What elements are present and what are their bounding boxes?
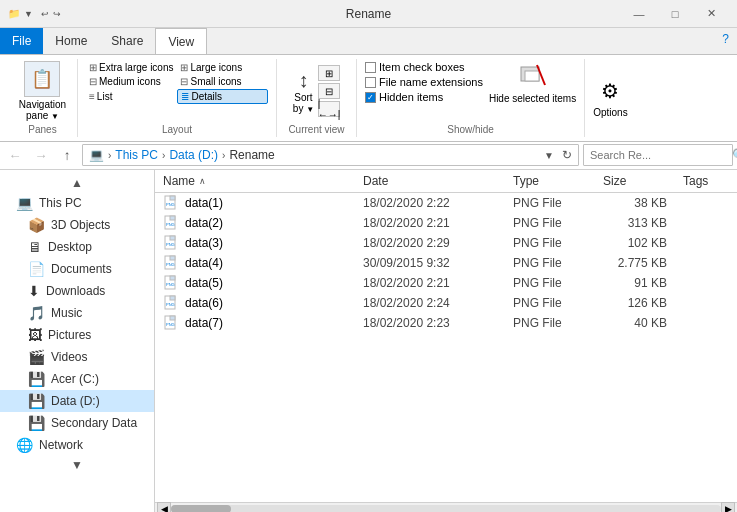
panes-label: Panes: [28, 124, 56, 135]
breadcrumb-rename: Rename: [229, 148, 274, 162]
view-small-buttons: ⊞ ⊟ |←→|: [318, 65, 340, 117]
sidebar-item-downloads[interactable]: ⬇ Downloads: [0, 280, 154, 302]
svg-text:PNG: PNG: [166, 222, 175, 227]
table-row[interactable]: PNG data(1) 18/02/2020 2:22 PNG File 38 …: [155, 193, 737, 213]
svg-rect-7: [170, 216, 175, 220]
videos-icon: 🎬: [28, 349, 45, 365]
sidebar-item-music[interactable]: 🎵 Music: [0, 302, 154, 324]
sidebar-item-acer[interactable]: 💾 Acer (C:): [0, 368, 154, 390]
documents-icon: 📄: [28, 261, 45, 277]
col-type[interactable]: Type: [505, 172, 595, 190]
maximize-button[interactable]: □: [657, 0, 693, 28]
hidden-items-toggle[interactable]: ✓ Hidden items: [365, 91, 483, 103]
scroll-thumb[interactable]: [171, 505, 231, 512]
svg-text:PNG: PNG: [166, 302, 175, 307]
scroll-track: [171, 505, 721, 512]
file-name-cell: PNG data(1): [155, 194, 355, 212]
scroll-left-button[interactable]: ◀: [157, 502, 171, 512]
horizontal-scrollbar[interactable]: ◀ ▶: [155, 502, 737, 512]
sidebar-item-data-d[interactable]: 💾 Data (D:): [0, 390, 154, 412]
hidden-items-cb: ✓: [365, 92, 376, 103]
svg-rect-4: [170, 196, 175, 200]
sidebar-item-desktop[interactable]: 🖥 Desktop: [0, 236, 154, 258]
nav-bar: ← → ↑ 💻 › This PC › Data (D:) › Rename ▼…: [0, 142, 737, 170]
up-button[interactable]: ↑: [56, 144, 78, 166]
add-columns-button[interactable]: ⊟: [318, 83, 340, 99]
table-row[interactable]: PNG data(2) 18/02/2020 2:21 PNG File 313…: [155, 213, 737, 233]
sidebar: ▲ 💻 This PC 📦 3D Objects 🖥 Desktop 📄 Doc…: [0, 170, 155, 512]
ribbon-group-panes: 📋 Navigationpane ▼ Panes: [8, 59, 78, 137]
tab-share[interactable]: Share: [99, 28, 155, 54]
nav-pane-icon: 📋: [24, 61, 60, 97]
file-list: PNG data(1) 18/02/2020 2:22 PNG File 38 …: [155, 193, 737, 502]
file-name-extensions-toggle[interactable]: File name extensions: [365, 76, 483, 88]
back-button[interactable]: ←: [4, 144, 26, 166]
sidebar-item-3d-objects[interactable]: 📦 3D Objects: [0, 214, 154, 236]
table-row[interactable]: PNG data(4) 30/09/2015 9:32 PNG File 2.7…: [155, 253, 737, 273]
col-date[interactable]: Date: [355, 172, 505, 190]
layout-details[interactable]: ≣ Details: [177, 89, 267, 104]
navigation-pane-button[interactable]: 📋 Navigationpane ▼: [19, 61, 66, 122]
nav-pane-label: Navigationpane ▼: [19, 99, 66, 122]
table-row[interactable]: PNG data(5) 18/02/2020 2:21 PNG File 91 …: [155, 273, 737, 293]
sort-arrow-name: ∧: [199, 176, 206, 186]
refresh-button[interactable]: ↻: [562, 148, 572, 162]
sidebar-item-this-pc[interactable]: 💻 This PC: [0, 192, 154, 214]
svg-rect-16: [170, 276, 175, 280]
hide-selected-icon: [517, 61, 549, 93]
group-by-button[interactable]: ⊞: [318, 65, 340, 81]
table-row[interactable]: PNG data(6) 18/02/2020 2:24 PNG File 126…: [155, 293, 737, 313]
sidebar-label-music: Music: [51, 306, 82, 320]
layout-extra-large[interactable]: ⊞ Extra large icons: [86, 61, 176, 74]
window-controls[interactable]: — □ ✕: [621, 0, 729, 28]
table-row[interactable]: PNG data(7) 18/02/2020 2:23 PNG File 40 …: [155, 313, 737, 333]
sidebar-scroll-down[interactable]: ▼: [0, 456, 154, 474]
breadcrumb-dropdown[interactable]: ▼: [544, 150, 554, 161]
hide-selected-items-button[interactable]: Hide selected items: [489, 61, 576, 104]
close-button[interactable]: ✕: [693, 0, 729, 28]
sidebar-item-videos[interactable]: 🎬 Videos: [0, 346, 154, 368]
sidebar-item-network[interactable]: 🌐 Network: [0, 434, 154, 456]
layout-options: ⊞ Extra large icons ⊞ Large icons ⊟ Medi…: [86, 61, 268, 104]
file-name-cell: PNG data(3): [155, 234, 355, 252]
item-checkboxes-toggle[interactable]: Item check boxes: [365, 61, 483, 73]
search-bar: 🔍: [583, 144, 733, 166]
png-file-icon: PNG: [163, 215, 179, 231]
layout-small[interactable]: ⊟ Small icons: [177, 75, 267, 88]
breadcrumb-data-d[interactable]: Data (D:): [169, 148, 218, 162]
checkboxes-area: Item check boxes File name extensions ✓ …: [365, 61, 483, 103]
scroll-right-button[interactable]: ▶: [721, 502, 735, 512]
table-row[interactable]: PNG data(3) 18/02/2020 2:29 PNG File 102…: [155, 233, 737, 253]
file-name-cell: PNG data(6): [155, 294, 355, 312]
tab-home[interactable]: Home: [43, 28, 99, 54]
tab-view[interactable]: View: [155, 28, 207, 54]
help-icon[interactable]: ?: [714, 28, 737, 54]
layout-medium[interactable]: ⊟ Medium icons: [86, 75, 176, 88]
tab-file[interactable]: File: [0, 28, 43, 54]
downloads-icon: ⬇: [28, 283, 40, 299]
hide-selected-label: Hide selected items: [489, 93, 576, 104]
sort-icon: ↕: [298, 69, 308, 92]
sidebar-label-pictures: Pictures: [48, 328, 91, 342]
sidebar-item-pictures[interactable]: 🖼 Pictures: [0, 324, 154, 346]
file-ext-cb: [365, 77, 376, 88]
col-tags[interactable]: Tags: [675, 172, 737, 190]
sidebar-label-secondary-data: Secondary Data: [51, 416, 137, 430]
breadcrumb-this-pc[interactable]: This PC: [115, 148, 158, 162]
minimize-button[interactable]: —: [621, 0, 657, 28]
sidebar-scroll-up[interactable]: ▲: [0, 174, 154, 192]
forward-button[interactable]: →: [30, 144, 52, 166]
layout-list[interactable]: ≡ List: [86, 89, 176, 104]
options-button[interactable]: ⚙ Options: [593, 75, 627, 118]
layout-large[interactable]: ⊞ Large icons: [177, 61, 267, 74]
sidebar-label-desktop: Desktop: [48, 240, 92, 254]
size-columns-button[interactable]: |←→|: [318, 101, 340, 117]
sidebar-item-documents[interactable]: 📄 Documents: [0, 258, 154, 280]
search-input[interactable]: [590, 149, 728, 161]
svg-rect-10: [170, 236, 175, 240]
sort-by-button[interactable]: ↕ Sortby ▼: [293, 69, 314, 115]
svg-text:PNG: PNG: [166, 262, 175, 267]
sidebar-item-secondary-data[interactable]: 💾 Secondary Data: [0, 412, 154, 434]
col-name[interactable]: Name ∧: [155, 172, 355, 190]
col-size[interactable]: Size: [595, 172, 675, 190]
